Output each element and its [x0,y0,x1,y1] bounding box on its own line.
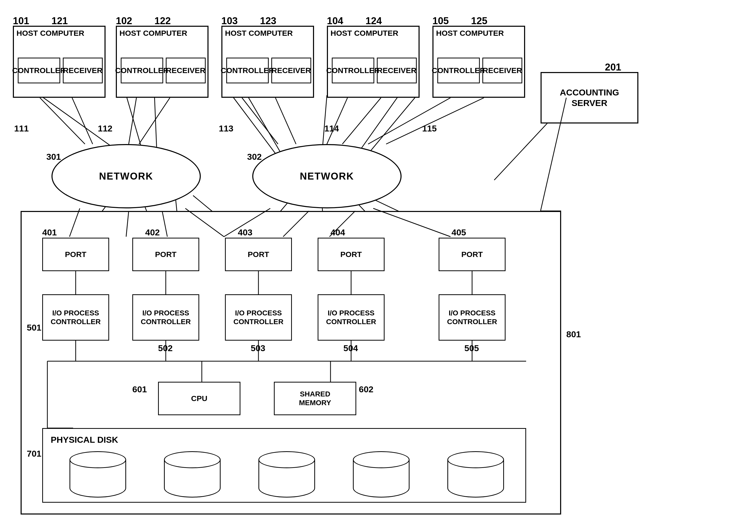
port-405: PORT [439,238,505,271]
ref-123: 123 [260,15,276,27]
io-process-ctrl-504: I/O PROCESSCONTROLLER [318,294,385,341]
ref-121: 121 [51,15,68,27]
ref-115: 115 [422,123,437,134]
svg-line-55 [386,98,484,144]
host1-receiver: RECEIVER [63,58,103,83]
svg-line-54 [368,98,450,144]
host-computer-4: HOST COMPUTER CONTROLLER RECEIVER [327,26,419,98]
port-405-label: PORT [461,250,483,259]
host2-receiver: RECEIVER [166,58,206,83]
ipc-505-label: I/O PROCESSCONTROLLER [447,309,497,326]
host1-controller-label: CONTROLLER [12,66,66,75]
diagram: HOST COMPUTER CONTROLLER RECEIVER 101 12… [0,0,756,532]
svg-line-47 [72,98,93,144]
host5-controller-label: CONTROLLER [432,66,485,75]
io-process-ctrl-501: I/O PROCESSCONTROLLER [42,294,109,341]
port-403: PORT [225,238,292,271]
port-401: PORT [42,238,109,271]
ref-105: 105 [432,15,449,27]
host4-controller-label: CONTROLLER [326,66,380,75]
ref-701: 701 [27,449,41,459]
ipc-501-label: I/O PROCESSCONTROLLER [51,309,101,326]
network-301: NETWORK [51,144,201,208]
svg-line-4 [247,95,283,157]
ref-101: 101 [13,15,29,27]
host3-receiver-label: RECEIVER [272,66,311,75]
ref-114: 114 [324,123,339,134]
port-402-label: PORT [155,250,176,259]
shared-memory-box: SHAREDMEMORY [274,382,356,415]
network-301-label: NETWORK [99,171,153,182]
ref-402: 402 [145,227,160,238]
ref-405: 405 [451,227,466,238]
ref-104: 104 [327,15,343,27]
cpu-box: CPU [158,382,240,415]
ipc-502-label: I/O PROCESSCONTROLLER [141,309,191,326]
ref-403: 403 [238,227,253,238]
disk-3 [258,451,315,497]
host1-title: HOST COMPUTER [16,29,84,38]
network-302-label: NETWORK [300,171,354,182]
host3-title: HOST COMPUTER [225,29,293,38]
host4-controller: CONTROLLER [332,58,374,83]
physical-disk-label: PHYSICAL DISK [48,433,121,446]
svg-line-48 [129,98,136,144]
ref-401: 401 [42,227,57,238]
port-404: PORT [318,238,385,271]
host-computer-5: HOST COMPUTER CONTROLLER RECEIVER [432,26,525,98]
port-404-label: PORT [340,250,362,259]
io-process-ctrl-503: I/O PROCESSCONTROLLER [225,294,292,341]
ref-503: 503 [251,343,265,353]
ref-501: 501 [27,323,41,333]
ref-103: 103 [221,15,238,27]
io-process-ctrl-505: I/O PROCESSCONTROLLER [439,294,505,341]
ref-601: 601 [132,384,147,394]
host3-controller: CONTROLLER [226,58,269,83]
ref-112: 112 [98,123,113,134]
host1-receiver-label: RECEIVER [63,66,102,75]
accounting-server: ACCOUNTINGSERVER [541,72,638,123]
ipc-504-label: I/O PROCESSCONTROLLER [326,309,376,326]
host-computer-1: HOST COMPUTER CONTROLLER RECEIVER [13,26,106,98]
ref-102: 102 [116,15,132,27]
disk-2 [164,451,221,497]
ref-113: 113 [219,123,233,134]
svg-line-49 [139,98,170,144]
host2-title: HOST COMPUTER [120,29,187,38]
svg-line-52 [327,98,347,144]
ref-502: 502 [158,343,173,353]
svg-line-51 [275,98,296,144]
io-process-ctrl-502: I/O PROCESSCONTROLLER [132,294,199,341]
physical-disk-container: PHYSICAL DISK [42,428,526,503]
port-402: PORT [132,238,199,271]
host4-receiver-label: RECEIVER [377,66,417,75]
accounting-label: ACCOUNTINGSERVER [560,87,619,108]
svg-line-46 [40,98,85,144]
shared-memory-label: SHAREDMEMORY [299,390,331,407]
ref-404: 404 [331,227,345,238]
ref-201: 201 [605,62,621,73]
ref-801: 801 [566,329,581,339]
host2-receiver-label: RECEIVER [166,66,205,75]
disk-5 [447,451,504,497]
ref-301: 301 [46,152,61,162]
host-computer-2: HOST COMPUTER CONTROLLER RECEIVER [116,26,208,98]
host5-receiver-label: RECEIVER [483,66,522,75]
network-302: NETWORK [252,144,402,208]
host4-title: HOST COMPUTER [331,29,398,38]
host5-controller: CONTROLLER [437,58,480,83]
svg-line-50 [242,98,278,144]
ref-602: 602 [359,384,373,394]
disk-1 [69,451,126,497]
port-401-label: PORT [65,250,86,259]
host1-controller: CONTROLLER [18,58,60,83]
ref-505: 505 [464,343,479,353]
ref-125: 125 [471,15,487,27]
host-computer-3: HOST COMPUTER CONTROLLER RECEIVER [221,26,314,98]
host3-receiver: RECEIVER [271,58,311,83]
svg-line-3 [232,95,278,157]
storage-system: PORT PORT PORT PORT PORT 401 402 403 404… [21,211,561,515]
ref-302: 302 [247,152,262,162]
host5-title: HOST COMPUTER [436,29,504,38]
ipc-503-label: I/O PROCESSCONTROLLER [233,309,284,326]
